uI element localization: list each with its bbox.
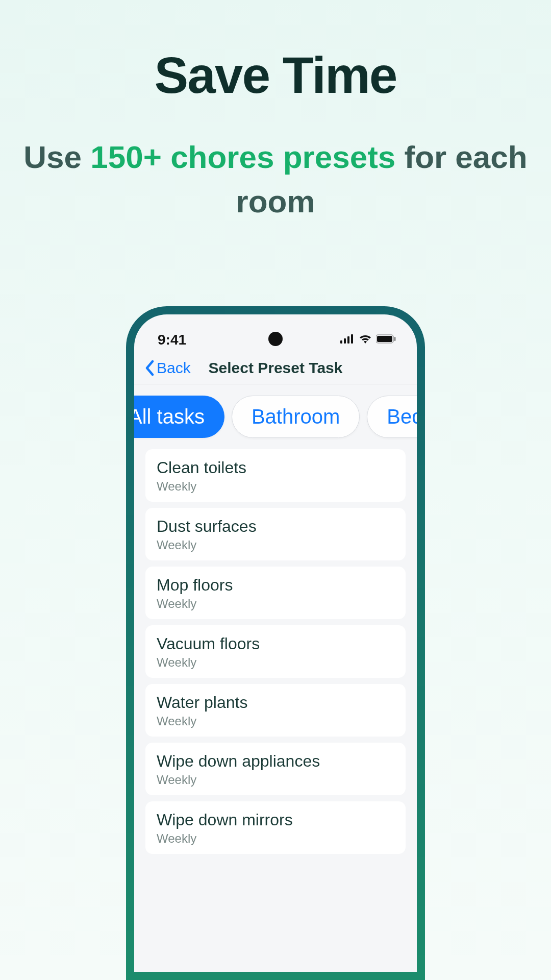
subheadline: Use 150+ chores presets for each room: [0, 135, 551, 224]
status-time: 9:41: [158, 332, 186, 348]
back-label: Back: [157, 359, 191, 377]
task-list: Clean toilets Weekly Dust surfaces Weekl…: [134, 449, 417, 854]
task-title: Mop floors: [157, 576, 394, 595]
phone-frame: 9:41 Back Select Preset Task All t: [126, 306, 425, 980]
subhead-prefix: Use: [23, 139, 90, 175]
status-icons: [340, 334, 396, 346]
task-frequency: Weekly: [157, 773, 394, 787]
nav-title: Select Preset Task: [209, 359, 343, 377]
task-row[interactable]: Wipe down mirrors Weekly: [145, 801, 406, 854]
task-title: Vacuum floors: [157, 634, 394, 653]
task-frequency: Weekly: [157, 597, 394, 611]
task-title: Dust surfaces: [157, 517, 394, 536]
svg-rect-0: [340, 340, 342, 344]
signal-icon: [340, 334, 355, 346]
subhead-accent: 150+ chores presets: [90, 139, 395, 175]
task-row[interactable]: Mop floors Weekly: [145, 567, 406, 619]
task-row[interactable]: Water plants Weekly: [145, 684, 406, 737]
chevron-left-icon: [144, 360, 155, 376]
chip-bathroom[interactable]: Bathroom: [232, 396, 360, 438]
svg-rect-1: [344, 338, 346, 344]
phone-screen: 9:41 Back Select Preset Task All t: [134, 314, 417, 972]
chip-all-tasks[interactable]: All tasks: [134, 396, 224, 438]
task-title: Wipe down mirrors: [157, 811, 394, 829]
nav-bar: Back Select Preset Task: [134, 350, 417, 384]
task-row[interactable]: Clean toilets Weekly: [145, 449, 406, 502]
headline-title: Save Time: [0, 46, 551, 105]
chip-bedroom[interactable]: Bedroom: [367, 396, 417, 438]
task-frequency: Weekly: [157, 655, 394, 670]
task-title: Water plants: [157, 693, 394, 712]
battery-icon: [376, 334, 396, 346]
svg-rect-2: [347, 336, 349, 344]
task-row[interactable]: Dust surfaces Weekly: [145, 508, 406, 560]
task-frequency: Weekly: [157, 538, 394, 552]
svg-rect-6: [394, 337, 396, 341]
back-button[interactable]: Back: [144, 359, 191, 377]
camera-notch: [268, 332, 283, 346]
headline: Save Time: [0, 0, 551, 105]
task-title: Wipe down appliances: [157, 752, 394, 771]
task-frequency: Weekly: [157, 479, 394, 494]
task-row[interactable]: Wipe down appliances Weekly: [145, 743, 406, 795]
task-row[interactable]: Vacuum floors Weekly: [145, 625, 406, 678]
svg-rect-5: [377, 336, 392, 342]
filter-chips: All tasks Bathroom Bedroom: [134, 384, 417, 449]
task-frequency: Weekly: [157, 831, 394, 846]
wifi-icon: [359, 334, 372, 346]
task-frequency: Weekly: [157, 714, 394, 728]
task-title: Clean toilets: [157, 458, 394, 477]
svg-rect-3: [351, 334, 353, 344]
